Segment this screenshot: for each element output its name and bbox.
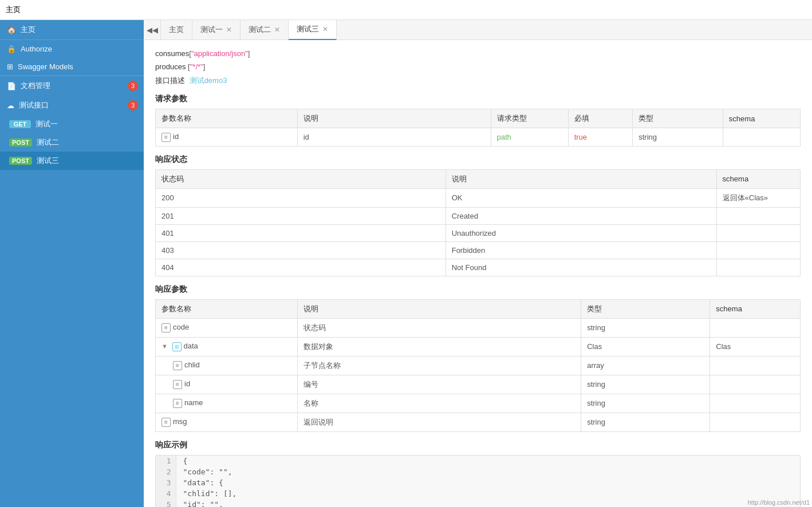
table-row: 404 Not Found <box>156 259 801 276</box>
interface-desc-key: 接口描述 <box>155 76 185 85</box>
resp-param-name: ≡id <box>156 375 298 394</box>
table-row: 201 Created <box>156 207 801 224</box>
status-desc: Not Found <box>446 259 716 276</box>
sidebar-test-label: 测试接口 <box>19 100 49 110</box>
line-code: "code": "", <box>176 466 800 477</box>
produces-value: "*/*" <box>190 62 203 71</box>
interface-desc-row: 接口描述 测试demo3 <box>155 76 801 86</box>
status-header-schema: schema <box>716 169 800 188</box>
swagger-icon: ⊞ <box>7 62 13 71</box>
req-header-required: 必填 <box>568 109 633 128</box>
code-line: 1 { <box>156 455 800 466</box>
api-name-2: 测试三 <box>37 156 59 166</box>
req-param-reqtype: path <box>491 128 568 146</box>
tab-test3-close[interactable]: ✕ <box>322 26 328 33</box>
resp-param-name: ≡code <box>156 318 298 337</box>
req-param-name: ≡id <box>156 128 298 146</box>
produces-key: produces <box>155 62 186 71</box>
line-number: 4 <box>156 488 176 499</box>
tab-test2[interactable]: 测试二 ✕ <box>241 20 289 40</box>
status-header-desc: 说明 <box>446 169 716 188</box>
field-icon: ≡ <box>173 380 182 389</box>
resp-param-name: ▼ ⊞data <box>156 337 298 356</box>
table-row: 401 Unauthorized <box>156 224 801 241</box>
sidebar-item-home[interactable]: 🏠 主页 <box>0 20 144 40</box>
tab-test3[interactable]: 测试三 ✕ <box>289 20 337 40</box>
status-desc: Created <box>446 207 716 224</box>
sidebar-item-test-api[interactable]: ☁ 测试接口 3 <box>0 96 144 115</box>
resp-param-desc: 返回说明 <box>297 413 581 431</box>
resp-param-schema <box>710 318 801 337</box>
status-code: 200 <box>156 188 446 207</box>
tab-test2-label: 测试二 <box>249 25 271 35</box>
object-icon: ⊞ <box>172 342 182 351</box>
field-icon: ≡ <box>173 361 182 370</box>
status-schema <box>716 241 800 259</box>
top-bar-title: 主页 <box>6 5 21 15</box>
line-number: 5 <box>156 499 176 508</box>
response-params-title: 响应参数 <box>155 284 801 295</box>
status-header-code: 状态码 <box>156 169 446 188</box>
produces-bracket-close: ] <box>203 62 206 71</box>
table-row: ≡msg 返回说明 string <box>156 413 801 431</box>
doc-badge: 3 <box>128 81 138 91</box>
req-param-type: string <box>633 128 723 146</box>
code-line: 5 "id": "", <box>156 499 800 508</box>
line-code: "chlid": [], <box>176 488 800 499</box>
code-line: 4 "chlid": [], <box>156 488 800 499</box>
footer-link: http://blog.csdn.net/d1 <box>748 499 810 506</box>
table-row: ≡id id path true string <box>156 128 801 146</box>
status-desc: Unauthorized <box>446 224 716 241</box>
sidebar-authorize-label: Authorize <box>21 45 52 53</box>
authorize-icon: 🔒 <box>7 45 16 53</box>
resp-param-schema <box>710 394 801 413</box>
status-schema <box>716 207 800 224</box>
doc-icon: 📄 <box>7 82 16 90</box>
code-line: 3 "data": { <box>156 477 800 488</box>
consumes-key: consumes <box>155 49 189 58</box>
table-row: ≡code 状态码 string <box>156 318 801 337</box>
resp-param-schema <box>710 413 801 431</box>
tab-test1[interactable]: 测试一 ✕ <box>192 20 241 40</box>
req-header-reqtype: 请求类型 <box>491 109 568 128</box>
main-layout: 🏠 主页 🔒 Authorize ⊞ Swagger Models 📄 文档管理… <box>0 20 812 507</box>
tab-test1-label: 测试一 <box>200 25 223 35</box>
code-line: 2 "code": "", <box>156 466 800 477</box>
resp-param-name: ≡msg <box>156 413 298 431</box>
resp-param-desc: 名称 <box>297 394 581 413</box>
field-icon: ≡ <box>173 399 182 408</box>
home-icon: 🏠 <box>7 26 16 34</box>
api-item-2[interactable]: POST 测试三 <box>0 152 144 170</box>
tab-home-label: 主页 <box>169 25 184 35</box>
status-code: 403 <box>156 241 446 259</box>
resp-param-type: string <box>581 394 710 413</box>
produces-row: produces ["*/*"] <box>155 62 801 71</box>
tab-test1-close[interactable]: ✕ <box>226 26 232 33</box>
api-item-1[interactable]: POST 测试二 <box>0 133 144 152</box>
sidebar-item-doc-management[interactable]: 📄 文档管理 3 <box>0 76 144 96</box>
table-row: 200 OK 返回体«Clas» <box>156 188 801 207</box>
field-icon: ≡ <box>161 133 171 142</box>
consumes-bracket-close: ] <box>248 49 250 58</box>
consumes-value: "application/json" <box>191 49 248 58</box>
tab-home[interactable]: 主页 <box>161 20 192 40</box>
resp-param-desc: 编号 <box>297 375 581 394</box>
method-badge-post-2: POST <box>9 157 32 165</box>
resp-param-type: Clas <box>581 337 710 356</box>
req-header-schema: schema <box>723 109 800 128</box>
line-code: "data": { <box>176 477 800 488</box>
resp-param-type: string <box>581 318 710 337</box>
sidebar-item-authorize[interactable]: 🔒 Authorize <box>0 40 144 58</box>
line-number: 3 <box>156 477 176 488</box>
status-schema <box>716 224 800 241</box>
collapse-icon: ◀◀ <box>147 26 158 34</box>
resp-param-desc: 子节点名称 <box>297 356 581 375</box>
expand-icon[interactable]: ▼ <box>161 343 168 350</box>
api-item-0[interactable]: GET 测试一 <box>0 115 144 133</box>
resp-header-schema: schema <box>710 299 801 318</box>
status-desc: OK <box>446 188 716 207</box>
resp-param-desc: 状态码 <box>297 318 581 337</box>
sidebar-item-swagger-models[interactable]: ⊞ Swagger Models <box>0 58 144 76</box>
tab-test2-close[interactable]: ✕ <box>274 26 280 33</box>
tab-collapse-button[interactable]: ◀◀ <box>144 20 161 40</box>
